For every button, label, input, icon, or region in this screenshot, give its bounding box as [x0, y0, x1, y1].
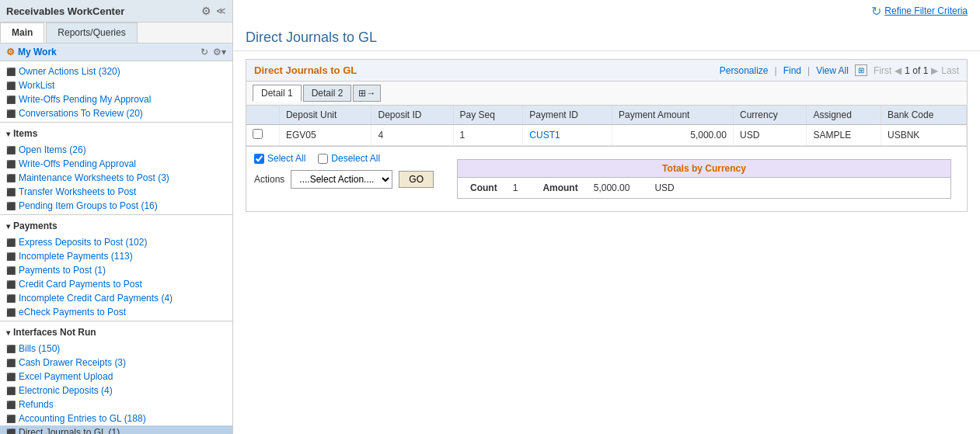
- tab-detail1[interactable]: Detail 1: [253, 85, 302, 102]
- bottom-section: Select All Deselect All Actions ....Sele…: [246, 146, 967, 211]
- content-area: Direct Journals to GL Personalize | Find…: [233, 51, 980, 434]
- actions-select[interactable]: ....Select Action....: [291, 170, 392, 189]
- col-payment-id: Payment ID: [523, 106, 612, 125]
- link-icon: ⬛: [6, 359, 16, 367]
- section-payments[interactable]: ▾ Payments: [0, 217, 232, 235]
- content-box: Direct Journals to GL Personalize | Find…: [246, 59, 968, 212]
- sidebar-item-write-offs-pending[interactable]: ⬛ Write-Offs Pending Approval: [0, 157, 232, 171]
- content-box-header: Direct Journals to GL Personalize | Find…: [246, 60, 967, 82]
- cell-payment-amount: 5,000.00: [612, 125, 734, 146]
- totals-row: Count 1 Amount 5,000.00 USD: [458, 178, 950, 198]
- select-all-label[interactable]: Select All: [267, 153, 305, 164]
- row-checkbox[interactable]: [253, 129, 263, 139]
- sidebar-item-open-items[interactable]: ⬛ Open Items (26): [0, 143, 232, 157]
- tab-detail2[interactable]: Detail 2: [303, 85, 352, 102]
- sidebar-item-incomplete-cc-payments[interactable]: ⬛ Incomplete Credit Card Payments (4): [0, 291, 232, 305]
- refine-filter-label[interactable]: Refine Filter Criteria: [884, 5, 968, 16]
- sidebar-item-write-offs-my-approval[interactable]: ⬛ Write-Offs Pending My Approval: [0, 92, 232, 106]
- cell-pay-seq: 1: [453, 125, 523, 146]
- top-bar: ↻ Refine Filter Criteria: [233, 0, 980, 22]
- link-icon: ⬛: [6, 82, 16, 90]
- nav-prev-icon[interactable]: ◀: [895, 65, 902, 76]
- deselect-all-checkbox[interactable]: [318, 154, 328, 164]
- sidebar-item-direct-journals[interactable]: ⬛ Direct Journals to GL (1): [0, 425, 232, 434]
- sidebar: Receivables WorkCenter ⚙ ≪ Main Reports/…: [0, 0, 233, 434]
- grid-icon[interactable]: ⊞: [855, 64, 867, 76]
- nav-page: 1 of 1: [905, 65, 928, 76]
- totals-section: Totals by Currency Count 1 Amount 5,000.…: [449, 153, 959, 205]
- col-currency: Currency: [733, 106, 807, 125]
- settings-dropdown-icon[interactable]: ⚙▾: [213, 47, 226, 57]
- collapse-arrow: ▾: [6, 328, 10, 337]
- find-link[interactable]: Find: [783, 65, 801, 76]
- nav-next-icon[interactable]: ▶: [931, 65, 938, 76]
- deselect-all-label[interactable]: Deselect All: [331, 153, 380, 164]
- refine-filter-link[interactable]: ↻ Refine Filter Criteria: [871, 4, 968, 19]
- cell-payment-id[interactable]: CUST1: [523, 125, 612, 146]
- link-icon: ⬛: [6, 373, 16, 381]
- refresh-icon[interactable]: ↻: [201, 47, 208, 57]
- select-all-control[interactable]: Select All: [254, 153, 305, 164]
- sidebar-item-credit-card-payments[interactable]: ⬛ Credit Card Payments to Post: [0, 277, 232, 291]
- row-checkbox-cell[interactable]: [246, 125, 279, 146]
- sidebar-item-payments-to-post[interactable]: ⬛ Payments to Post (1): [0, 263, 232, 277]
- col-pay-seq: Pay Seq: [453, 106, 523, 125]
- sidebar-item-owner-actions[interactable]: ⬛ Owner Actions List (320): [0, 64, 232, 78]
- link-icon: ⬛: [6, 308, 16, 317]
- sidebar-item-refunds[interactable]: ⬛ Refunds: [0, 398, 232, 411]
- cell-bank-code: USBNK: [881, 125, 967, 146]
- link-icon: ⬛: [6, 95, 16, 104]
- sidebar-item-excel-payment[interactable]: ⬛ Excel Payment Upload: [0, 370, 232, 384]
- last-link[interactable]: Last: [941, 65, 959, 76]
- tab-main[interactable]: Main: [0, 23, 44, 43]
- sidebar-item-express-deposits[interactable]: ⬛ Express Deposits to Post (102): [0, 235, 232, 249]
- sidebar-item-bills[interactable]: ⬛ Bills (150): [0, 342, 232, 356]
- section-items[interactable]: ▾ Items: [0, 124, 232, 143]
- sidebar-item-pending-item-groups[interactable]: ⬛ Pending Item Groups to Post (16): [0, 199, 232, 213]
- count-value: 1: [513, 182, 518, 193]
- count-label: Count: [470, 182, 497, 193]
- table-header-row: Deposit Unit Deposit ID Pay Seq Payment …: [246, 106, 967, 125]
- first-link[interactable]: First: [874, 65, 891, 76]
- close-icon[interactable]: ≪: [216, 5, 226, 16]
- nav-info: First ◀ 1 of 1 ▶ Last: [874, 65, 959, 76]
- col-payment-amount: Payment Amount: [612, 106, 734, 125]
- tab-reports-queries[interactable]: Reports/Queries: [46, 23, 137, 43]
- deselect-all-control[interactable]: Deselect All: [318, 153, 380, 164]
- sidebar-item-electronic-deposits[interactable]: ⬛ Electronic Deposits (4): [0, 384, 232, 398]
- totals-box: Totals by Currency Count 1 Amount 5,000.…: [457, 159, 951, 199]
- view-all-link[interactable]: View All: [816, 65, 849, 76]
- collapse-arrow: ▾: [6, 222, 10, 231]
- cell-deposit-unit: EGV05: [279, 125, 371, 146]
- main-content: ↻ Refine Filter Criteria Direct Journals…: [233, 0, 980, 434]
- link-icon: ⬛: [6, 401, 16, 409]
- my-work-label-area: ⚙ My Work: [6, 47, 57, 57]
- go-button[interactable]: GO: [399, 171, 434, 188]
- sidebar-item-cash-drawer[interactable]: ⬛ Cash Drawer Receipts (3): [0, 356, 232, 370]
- link-icon: ⬛: [6, 68, 16, 76]
- gear-icon[interactable]: ⚙: [201, 5, 211, 17]
- my-work-bar: ⚙ My Work ↻ ⚙▾: [0, 43, 232, 61]
- sidebar-header-icons: ⚙ ≪: [201, 5, 226, 17]
- section-interfaces[interactable]: ▾ Interfaces Not Run: [0, 323, 232, 342]
- sidebar-item-conversations[interactable]: ⬛ Conversations To Review (20): [0, 106, 232, 120]
- link-icon: ⬛: [6, 238, 16, 247]
- col-bank-code: Bank Code: [881, 106, 967, 125]
- select-all-checkbox[interactable]: [254, 154, 264, 164]
- sidebar-item-transfer-worksheets[interactable]: ⬛ Transfer Worksheets to Post: [0, 185, 232, 199]
- sidebar-item-accounting-entries[interactable]: ⬛ Accounting Entries to GL (188): [0, 411, 232, 425]
- table-row: EGV05 4 1 CUST1 5,000.00 USD SAMPLE USBN…: [246, 125, 967, 146]
- data-table: Deposit Unit Deposit ID Pay Seq Payment …: [246, 106, 967, 146]
- amount-label: Amount: [542, 182, 577, 193]
- personalize-link[interactable]: Personalize: [720, 65, 769, 76]
- tab-grid-icon[interactable]: ⊞→: [353, 85, 381, 102]
- link-icon: ⬛: [6, 252, 16, 261]
- bottom-left: Select All Deselect All Actions ....Sele…: [254, 153, 434, 189]
- totals-currency: USD: [654, 182, 674, 193]
- sidebar-tabs: Main Reports/Queries: [0, 23, 232, 43]
- content-box-title: Direct Journals to GL: [254, 64, 357, 76]
- sidebar-item-echeck-payments[interactable]: ⬛ eCheck Payments to Post: [0, 305, 232, 319]
- sidebar-item-worklist[interactable]: ⬛ WorkList: [0, 78, 232, 92]
- sidebar-item-incomplete-payments[interactable]: ⬛ Incomplete Payments (113): [0, 249, 232, 263]
- sidebar-item-maintenance-worksheets[interactable]: ⬛ Maintenance Worksheets to Post (3): [0, 171, 232, 185]
